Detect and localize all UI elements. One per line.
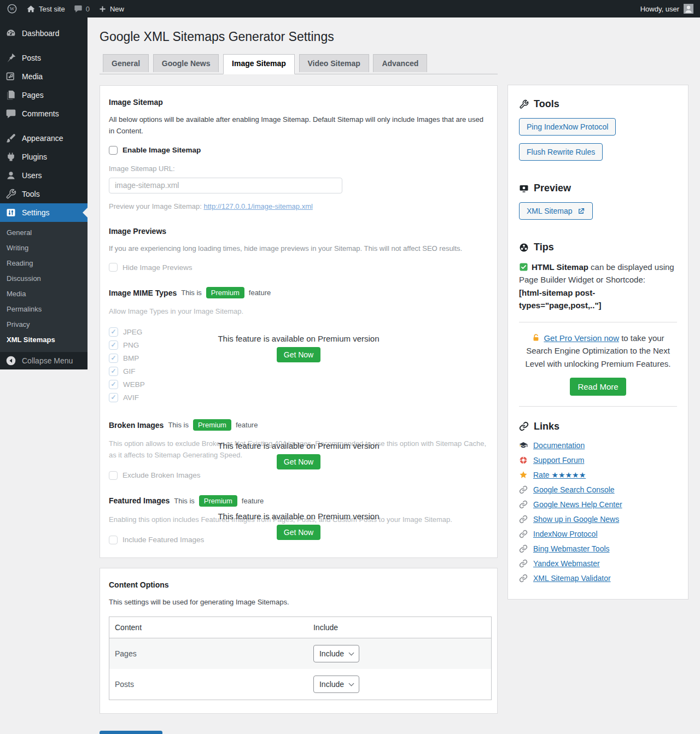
premium-suffix: feature <box>242 497 264 505</box>
link-icon <box>519 485 528 494</box>
google-search-console-link[interactable]: Google Search Console <box>533 485 615 494</box>
submenu-item-permalinks[interactable]: Permalinks <box>0 302 88 317</box>
tab-video-sitemap[interactable]: Video Sitemap <box>299 54 369 72</box>
read-more-button[interactable]: Read More <box>570 378 626 396</box>
rate-link[interactable]: Rate ★★★★★ <box>533 471 586 479</box>
submenu-item-privacy[interactable]: Privacy <box>0 317 88 332</box>
link-icon <box>519 515 528 524</box>
premium-overlay-text: This feature is available on Premium ver… <box>109 512 488 521</box>
ping-indexnow-button[interactable]: Ping IndexNow Protocol <box>519 118 616 136</box>
submenu-item-reading[interactable]: Reading <box>0 256 88 271</box>
tab-google-news[interactable]: Google News <box>153 54 219 72</box>
comments-bubble[interactable]: 0 <box>74 4 90 13</box>
sidebar-item-settings[interactable]: Settings <box>0 203 88 222</box>
settings-tabs: General Google News Image Sitemap Video … <box>100 54 498 74</box>
show-up-google-news-link[interactable]: Show up in Google News <box>533 515 619 524</box>
flush-rewrite-button[interactable]: Flush Rewrite Rules <box>519 143 603 161</box>
get-pro-link[interactable]: Get Pro Version now <box>544 333 619 343</box>
tip-get-pro: Get Pro Version now to take your Search … <box>519 332 677 396</box>
image-sitemap-url-input <box>109 178 342 193</box>
new-menu[interactable]: New <box>98 5 124 13</box>
list-item: Yandex Webmaster <box>519 559 677 569</box>
sidebar-item-media[interactable]: Media <box>0 67 88 86</box>
sidebar-item-users[interactable]: Users <box>0 166 88 185</box>
mime-types-section: Image MIME Types This is Premium feature… <box>109 287 488 404</box>
image-previews-heading: Image Previews <box>109 227 488 236</box>
tab-general[interactable]: General <box>103 54 149 72</box>
xml-sitemap-validator-link[interactable]: XML Sitemap Validator <box>533 574 611 583</box>
table-row: Pages Include <box>109 638 492 670</box>
google-news-help-link[interactable]: Google News Help Center <box>533 500 622 509</box>
indexnow-protocol-link[interactable]: IndexNow Protocol <box>533 530 598 538</box>
mime-types-description: Allow Image Types in your Image Sitemap. <box>109 306 488 318</box>
pages-include-select[interactable]: Include <box>313 645 359 662</box>
wordpress-logo-icon[interactable]: W <box>7 3 18 14</box>
screen-icon <box>519 184 529 193</box>
side-panel: Tools Ping IndexNow Protocol Flush Rewri… <box>508 85 689 600</box>
enable-image-sitemap-checkbox[interactable] <box>109 146 118 155</box>
settings-submenu: General Writing Reading Discussion Media… <box>0 222 88 352</box>
pin-icon <box>5 52 16 63</box>
link-icon <box>519 544 528 553</box>
documentation-link[interactable]: Documentation <box>533 441 585 450</box>
yandex-webmaster-link[interactable]: Yandex Webmaster <box>533 559 600 568</box>
content-options-description: This settings will be used for generatin… <box>109 597 488 608</box>
tab-image-sitemap[interactable]: Image Sitemap <box>223 54 295 74</box>
sidebar-item-appearance[interactable]: Appearance <box>0 129 88 148</box>
wrench-icon <box>519 99 529 109</box>
image-sitemap-panel: Image Sitemap All below options will be … <box>100 85 498 558</box>
submenu-item-writing[interactable]: Writing <box>0 240 88 256</box>
sidebar-item-pages[interactable]: Pages <box>0 86 88 104</box>
active-menu-arrow <box>83 208 88 218</box>
premium-prefix: This is <box>174 497 195 505</box>
broken-images-heading: Broken Images <box>109 421 164 430</box>
link-icon <box>519 559 528 568</box>
premium-suffix: feature <box>236 421 258 429</box>
support-forum-link[interactable]: Support Forum <box>533 456 584 465</box>
mime-type-label: WEBP <box>123 380 145 389</box>
get-now-button[interactable]: Get Now <box>277 525 320 540</box>
exclude-broken-images-label: Exclude Broken Images <box>122 471 201 479</box>
collapse-menu-button[interactable]: Collapse Menu <box>0 352 88 369</box>
sidebar-item-comments[interactable]: Comments <box>0 104 88 123</box>
mime-webp-checkbox <box>109 380 118 389</box>
tips-heading: Tips <box>534 242 554 253</box>
submenu-item-media[interactable]: Media <box>0 286 88 302</box>
submenu-item-xml-sitemaps[interactable]: XML Sitemaps <box>0 332 88 348</box>
table-row: Posts Include <box>109 669 492 700</box>
preview-sitemap-link[interactable]: http://127.0.0.1/image-sitemap.xml <box>203 202 312 210</box>
row-label-pages: Pages <box>109 638 308 670</box>
save-changes-button[interactable]: Save Changes <box>100 731 162 734</box>
main-content: Google XML Sitemaps Generator Settings G… <box>88 17 700 734</box>
get-now-button[interactable]: Get Now <box>277 347 320 362</box>
premium-badge: Premium <box>199 495 237 507</box>
sidebar-item-tools[interactable]: Tools <box>0 185 88 203</box>
exclude-broken-images-checkbox <box>109 471 118 480</box>
page-title: Google XML Sitemaps Generator Settings <box>100 28 498 45</box>
content-options-heading: Content Options <box>109 580 488 589</box>
divider <box>519 322 677 322</box>
submenu-item-discussion[interactable]: Discussion <box>0 271 88 286</box>
get-now-button[interactable]: Get Now <box>277 454 320 469</box>
image-sitemap-heading: Image Sitemap <box>109 98 488 107</box>
bing-webmaster-link[interactable]: Bing Webmaster Tools <box>533 544 610 553</box>
collapse-arrow-icon <box>5 355 16 366</box>
xml-sitemap-button[interactable]: XML Sitemap <box>519 202 593 220</box>
posts-include-select[interactable]: Include <box>313 676 359 693</box>
account-menu[interactable]: Howdy, user <box>640 4 693 14</box>
tools-icon <box>5 189 16 199</box>
list-item: Google Search Console <box>519 485 677 495</box>
sidebar-item-dashboard[interactable]: Dashboard <box>0 24 88 43</box>
comment-icon <box>74 4 83 13</box>
site-name-link[interactable]: Test site <box>26 4 65 14</box>
list-item: Rate ★★★★★ <box>519 470 677 480</box>
sidebar-item-plugins[interactable]: Plugins <box>0 148 88 166</box>
link-icon <box>519 530 528 538</box>
appearance-icon <box>5 133 16 144</box>
sidebar-item-posts[interactable]: Posts <box>0 49 88 67</box>
tab-advanced[interactable]: Advanced <box>373 54 427 72</box>
premium-suffix: feature <box>249 289 271 297</box>
submenu-item-general[interactable]: General <box>0 225 88 240</box>
mime-types-heading: Image MIME Types <box>109 289 177 297</box>
content-options-panel: Content Options This settings will be us… <box>100 568 498 714</box>
